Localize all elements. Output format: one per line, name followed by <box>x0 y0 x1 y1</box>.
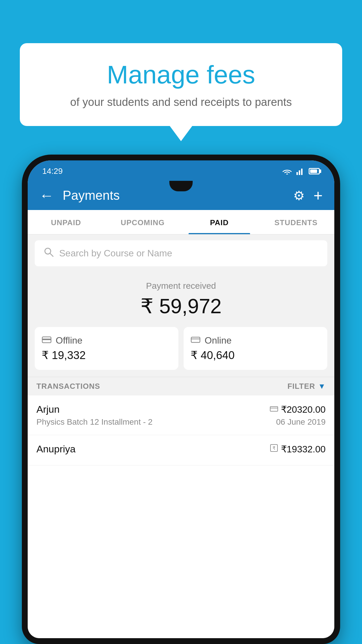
svg-rect-6 <box>42 339 51 340</box>
search-icon <box>43 247 54 260</box>
transaction-row-bottom-1: Physics Batch 12 Installment - 2 06 June… <box>36 417 326 427</box>
online-card: Online ₹ 40,640 <box>184 327 327 370</box>
app-bar-icons: ⚙ + <box>293 186 323 204</box>
phone-screen: 14:29 ← Payments ⚙ + <box>28 160 334 638</box>
payment-received-label: Payment received <box>35 281 327 291</box>
offline-card: Offline ₹ 19,332 <box>35 327 178 370</box>
search-bar[interactable]: Search by Course or Name <box>35 240 327 266</box>
transaction-card-icon-1 <box>270 405 278 414</box>
svg-line-4 <box>50 253 53 256</box>
filter-button[interactable]: FILTER ▼ <box>287 382 326 391</box>
offline-icon <box>42 335 52 346</box>
transaction-item-2[interactable]: Anupriya ₹ ₹19332.00 <box>28 435 334 466</box>
svg-rect-0 <box>296 172 298 175</box>
transaction-name-1: Arjun <box>36 404 59 415</box>
transactions-header: TRANSACTIONS FILTER ▼ <box>28 377 334 396</box>
online-amount: ₹ 40,640 <box>191 349 320 362</box>
offline-card-header: Offline <box>42 335 171 346</box>
svg-rect-7 <box>191 337 200 342</box>
online-label: Online <box>205 335 232 346</box>
payment-summary: Payment received ₹ 59,972 <box>28 272 334 324</box>
filter-label: FILTER <box>287 382 315 391</box>
transaction-date-1: 06 June 2019 <box>276 417 326 427</box>
app-title: Payments <box>63 188 284 203</box>
offline-label: Offline <box>56 335 82 346</box>
svg-text:₹: ₹ <box>273 446 275 451</box>
online-icon <box>191 336 201 346</box>
transaction-row-top-2: Anupriya ₹ ₹19332.00 <box>36 443 326 455</box>
transaction-detail-1: Physics Batch 12 Installment - 2 <box>36 417 152 427</box>
tab-upcoming[interactable]: UPCOMING <box>104 210 181 234</box>
transaction-rupee-icon-2: ₹ <box>270 444 278 454</box>
transactions-label: TRANSACTIONS <box>36 382 100 391</box>
tab-paid[interactable]: PAID <box>181 210 258 234</box>
phone-frame: 14:29 ← Payments ⚙ + <box>22 155 340 644</box>
tab-unpaid[interactable]: UNPAID <box>28 210 104 234</box>
speech-bubble: Manage fees of your students and send re… <box>20 43 342 126</box>
offline-amount: ₹ 19,332 <box>42 349 171 362</box>
svg-rect-2 <box>301 169 303 175</box>
settings-icon[interactable]: ⚙ <box>293 188 305 203</box>
search-input[interactable]: Search by Course or Name <box>59 248 172 259</box>
transaction-name-2: Anupriya <box>36 443 75 455</box>
transaction-list: Arjun ₹20320.00 Physics Batch 12 Install… <box>28 396 334 638</box>
transaction-amount-wrap-2: ₹ ₹19332.00 <box>270 444 326 455</box>
transaction-row-top-1: Arjun ₹20320.00 <box>36 404 326 415</box>
speech-bubble-wrapper: Manage fees of your students and send re… <box>20 43 342 126</box>
filter-icon: ▼ <box>318 382 326 391</box>
bubble-title: Manage fees <box>31 61 331 89</box>
svg-rect-9 <box>270 407 278 411</box>
add-button[interactable]: + <box>313 186 323 204</box>
svg-rect-1 <box>299 170 300 175</box>
tab-students[interactable]: STUDENTS <box>258 210 334 234</box>
signal-icon <box>296 167 305 175</box>
battery-icon <box>309 168 320 174</box>
status-time: 14:29 <box>42 167 63 176</box>
online-card-header: Online <box>191 335 320 346</box>
status-bar: 14:29 <box>28 160 334 181</box>
wifi-icon <box>282 167 292 175</box>
transaction-amount-1: ₹20320.00 <box>281 404 326 415</box>
payment-amount: ₹ 59,972 <box>35 294 327 318</box>
tabs: UNPAID UPCOMING PAID STUDENTS <box>28 210 334 235</box>
status-icons <box>282 167 320 175</box>
transaction-amount-wrap-1: ₹20320.00 <box>270 404 326 415</box>
bubble-subtitle: of your students and send receipts to pa… <box>31 96 331 108</box>
transaction-amount-2: ₹19332.00 <box>281 444 326 455</box>
transaction-item[interactable]: Arjun ₹20320.00 Physics Batch 12 Install… <box>28 396 334 435</box>
back-button[interactable]: ← <box>39 187 54 204</box>
search-bar-wrapper: Search by Course or Name <box>28 235 334 272</box>
payment-cards: Offline ₹ 19,332 Online ₹ 40,640 <box>28 324 334 377</box>
